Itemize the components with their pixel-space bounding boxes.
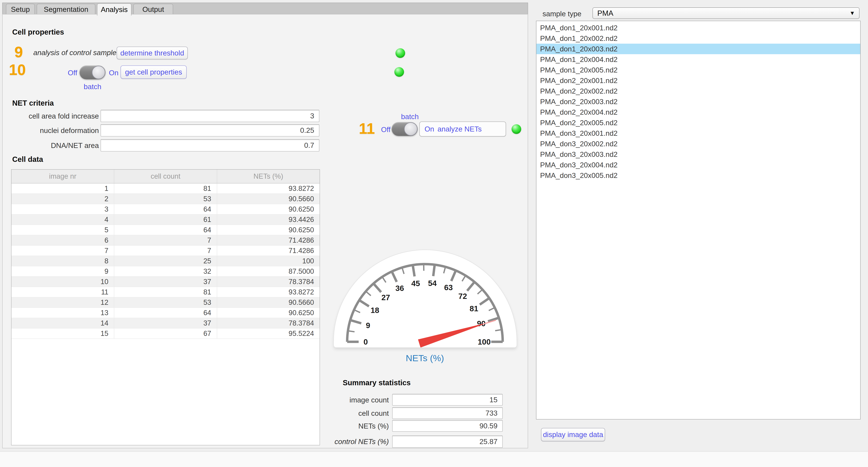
tab-output[interactable]: Output bbox=[133, 4, 173, 15]
table-row[interactable]: 156795.5224 bbox=[11, 329, 319, 339]
table-cell: 8 bbox=[11, 256, 114, 266]
table-cell: 53 bbox=[114, 194, 217, 204]
svg-text:9: 9 bbox=[366, 321, 370, 330]
display-image-data-button[interactable]: display image data bbox=[541, 428, 605, 441]
analyze-nets-button[interactable]: On analyze NETs bbox=[420, 122, 506, 136]
nuclei-deformation-field[interactable]: 0.25 bbox=[100, 124, 319, 136]
file-item[interactable]: PMA_don3_20x005.nd2 bbox=[536, 170, 860, 181]
svg-text:72: 72 bbox=[459, 292, 467, 301]
dna-net-area-label: DNA/NET area bbox=[51, 141, 99, 150]
tab-segmentation[interactable]: Segmentation bbox=[37, 4, 95, 15]
table-cell: 90.5660 bbox=[217, 297, 319, 307]
sample-type-dropdown[interactable]: PMA ▼ bbox=[592, 7, 860, 19]
table-cell: 78.3784 bbox=[217, 277, 319, 287]
table-cell: 3 bbox=[11, 204, 114, 214]
batch-switch[interactable] bbox=[80, 65, 105, 79]
svg-text:27: 27 bbox=[381, 293, 390, 302]
table-row[interactable]: 25390.5660 bbox=[11, 194, 319, 204]
step-10-number: 10 bbox=[9, 62, 26, 77]
cell-count-field[interactable]: 733 bbox=[392, 407, 503, 419]
file-list[interactable]: PMA_don1_20x001.nd2PMA_don1_20x002.nd2PM… bbox=[536, 21, 861, 420]
chevron-down-icon: ▼ bbox=[849, 10, 859, 16]
file-item[interactable]: PMA_don3_20x003.nd2 bbox=[536, 149, 860, 160]
table-cell: 14 bbox=[11, 318, 114, 328]
table-row[interactable]: 125390.5660 bbox=[11, 297, 319, 308]
app-window: Setup Segmentation Analysis Output Cell … bbox=[0, 0, 868, 467]
table-row[interactable]: 93287.5000 bbox=[11, 266, 319, 277]
table-row[interactable]: 36490.6250 bbox=[11, 204, 319, 214]
file-item[interactable]: PMA_don1_20x003.nd2 bbox=[536, 44, 860, 54]
batch-switch-off-label: Off bbox=[68, 69, 77, 77]
file-item[interactable]: PMA_don3_20x002.nd2 bbox=[536, 138, 860, 149]
table-row[interactable]: 46193.4426 bbox=[11, 214, 319, 225]
control-nets-pct-field[interactable]: 25.87 bbox=[392, 436, 503, 448]
analyze-switch[interactable] bbox=[392, 122, 418, 136]
analyze-nets-button-label: analyze NETs bbox=[437, 125, 482, 133]
svg-text:45: 45 bbox=[411, 279, 420, 288]
table-cell: 6 bbox=[11, 235, 114, 245]
svg-text:81: 81 bbox=[470, 304, 478, 313]
table-cell: 61 bbox=[114, 214, 217, 225]
file-item[interactable]: PMA_don1_20x001.nd2 bbox=[536, 23, 860, 33]
table-cell: 90.6250 bbox=[217, 204, 319, 214]
file-item[interactable]: PMA_don2_20x005.nd2 bbox=[536, 118, 860, 128]
table-cell: 90.6250 bbox=[217, 308, 319, 318]
table-cell: 5 bbox=[11, 225, 114, 235]
nets-pct-field[interactable]: 90.59 bbox=[392, 420, 503, 432]
cell-data-title: Cell data bbox=[12, 155, 43, 164]
table-row[interactable]: 56490.6250 bbox=[11, 225, 319, 235]
table-cell: 7 bbox=[114, 245, 217, 256]
file-item[interactable]: PMA_don2_20x001.nd2 bbox=[536, 75, 860, 86]
svg-text:100: 100 bbox=[478, 337, 491, 346]
control-nets-pct-label: control NETs (%) bbox=[335, 437, 389, 446]
cell-count-label: cell count bbox=[358, 409, 389, 418]
cell-data-table: image nr cell count NETs (%) 18193.82722… bbox=[11, 169, 320, 445]
table-cell: 81 bbox=[114, 184, 217, 194]
svg-text:18: 18 bbox=[371, 306, 379, 314]
table-cell: 67 bbox=[114, 329, 217, 338]
table-cell: 9 bbox=[11, 266, 114, 276]
table-row[interactable]: 118193.8272 bbox=[11, 287, 319, 297]
nets-pct-label: NETs (%) bbox=[358, 422, 389, 430]
analyze-switch-knob-icon bbox=[404, 122, 417, 136]
table-row[interactable]: 825100 bbox=[11, 256, 319, 266]
batch-switch-on-label: On bbox=[109, 69, 119, 77]
table-cell: 64 bbox=[114, 308, 217, 318]
file-item[interactable]: PMA_don2_20x002.nd2 bbox=[536, 86, 860, 96]
table-row[interactable]: 18193.8272 bbox=[11, 184, 319, 194]
file-item[interactable]: PMA_don3_20x004.nd2 bbox=[536, 160, 860, 170]
summary-statistics-title: Summary statistics bbox=[343, 378, 411, 387]
image-count-label: image count bbox=[349, 396, 389, 404]
image-count-field[interactable]: 15 bbox=[392, 394, 503, 406]
file-item[interactable]: PMA_don1_20x002.nd2 bbox=[536, 33, 860, 44]
table-row[interactable]: 103778.3784 bbox=[11, 277, 319, 287]
tab-setup[interactable]: Setup bbox=[6, 4, 35, 15]
cell-area-fold-increase-field[interactable]: 3 bbox=[100, 110, 319, 122]
sample-type-label: sample type bbox=[542, 10, 581, 18]
table-row[interactable]: 7771.4286 bbox=[11, 245, 319, 256]
table-row[interactable]: 143778.3784 bbox=[11, 318, 319, 329]
file-item[interactable]: PMA_don2_20x003.nd2 bbox=[536, 96, 860, 107]
file-item[interactable]: PMA_don3_20x001.nd2 bbox=[536, 128, 860, 138]
tab-analysis[interactable]: Analysis bbox=[97, 3, 131, 15]
table-row[interactable]: 6771.4286 bbox=[11, 235, 319, 245]
analyze-batch-caption: batch bbox=[401, 112, 418, 121]
column-header-image-nr: image nr bbox=[11, 170, 114, 183]
nets-gauge-label: NETs (%) bbox=[379, 353, 471, 363]
file-item[interactable]: PMA_don1_20x005.nd2 bbox=[536, 65, 860, 75]
table-cell: 90.5660 bbox=[217, 194, 319, 204]
table-cell: 2 bbox=[11, 194, 114, 204]
file-item[interactable]: PMA_don2_20x004.nd2 bbox=[536, 107, 860, 118]
svg-text:0: 0 bbox=[364, 337, 368, 346]
get-cell-properties-button[interactable]: get cell properties bbox=[121, 65, 187, 79]
table-cell: 81 bbox=[114, 287, 217, 297]
nets-gauge: 09182736455463728190100 bbox=[334, 250, 517, 347]
table-cell: 7 bbox=[114, 235, 217, 245]
determine-threshold-button[interactable]: determine threshold bbox=[117, 46, 188, 59]
table-cell: 93.8272 bbox=[217, 287, 319, 297]
table-row[interactable]: 136490.6250 bbox=[11, 308, 319, 318]
net-criteria-title: NET criteria bbox=[12, 99, 54, 107]
file-item[interactable]: PMA_don1_20x004.nd2 bbox=[536, 54, 860, 65]
dna-net-area-field[interactable]: 0.7 bbox=[100, 139, 319, 152]
cell-properties-status-led-icon bbox=[394, 67, 404, 77]
